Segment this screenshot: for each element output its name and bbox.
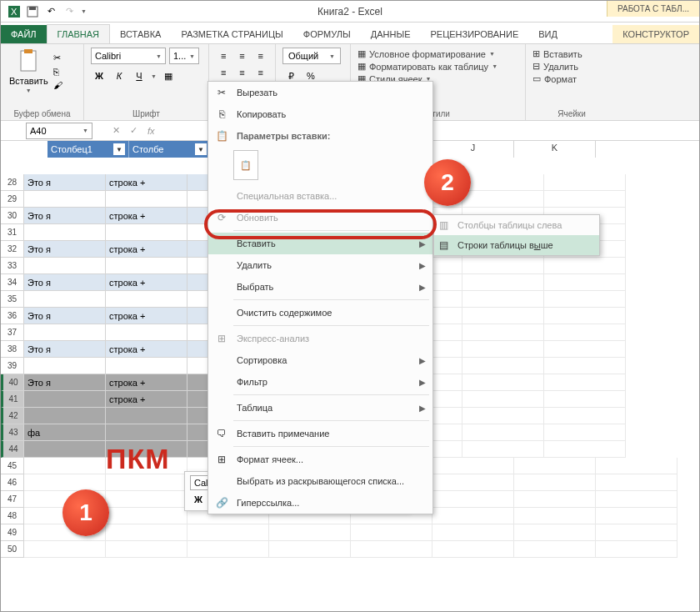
ctx-hyperlink[interactable]: 🔗Гиперссылка... <box>208 492 432 514</box>
cancel-icon[interactable]: ✕ <box>112 125 120 136</box>
cell[interactable] <box>24 358 106 374</box>
cell[interactable]: Это я <box>24 174 106 191</box>
cell[interactable] <box>24 191 106 208</box>
cell-empty[interactable] <box>462 308 544 324</box>
row-header[interactable]: 39 <box>1 358 24 374</box>
cell-empty[interactable] <box>544 408 626 424</box>
cell-empty[interactable] <box>544 424 626 441</box>
cell-empty[interactable] <box>432 524 514 541</box>
row-header[interactable]: 30 <box>1 208 24 224</box>
ctx-copy[interactable]: ⎘Копировать <box>208 103 432 125</box>
cell[interactable]: фа <box>24 424 106 441</box>
tab-formulas[interactable]: ФОРМУЛЫ <box>293 25 361 43</box>
cell[interactable]: Это я <box>24 208 106 224</box>
cell-empty[interactable] <box>432 474 514 491</box>
format-as-table-button[interactable]: ▦Форматировать как таблицу▼ <box>358 60 518 73</box>
tab-constructor[interactable]: КОНСТРУКТОР <box>612 25 699 43</box>
row-header[interactable]: 34 <box>1 274 24 291</box>
row-header[interactable]: 44 <box>1 441 24 458</box>
undo-icon[interactable]: ↶ <box>44 5 58 18</box>
cell-empty[interactable] <box>544 258 626 274</box>
cut-icon[interactable]: ✂ <box>53 53 62 63</box>
cell-empty[interactable] <box>432 541 514 558</box>
cell[interactable]: Это я <box>24 308 106 324</box>
row-header[interactable]: 28 <box>1 174 24 191</box>
cell-empty[interactable] <box>106 491 188 508</box>
cell[interactable] <box>24 224 106 241</box>
cell-empty[interactable] <box>462 358 544 374</box>
row-header[interactable]: 32 <box>1 241 24 258</box>
cell-empty[interactable] <box>544 308 626 324</box>
cells-insert-button[interactable]: ⊞Вставить <box>532 48 611 60</box>
cell-empty[interactable] <box>462 441 544 458</box>
cell-empty[interactable] <box>596 474 678 491</box>
underline-button[interactable]: Ч <box>131 68 148 84</box>
tab-review[interactable]: РЕЦЕНЗИРОВАНИЕ <box>420 25 528 43</box>
cell-empty[interactable] <box>544 291 626 308</box>
ctx-sort[interactable]: Сортировка▶ <box>208 349 432 371</box>
cell-empty[interactable] <box>596 458 678 474</box>
cell-empty[interactable] <box>432 458 514 474</box>
cell-empty[interactable] <box>596 541 678 558</box>
row-header[interactable]: 48 <box>1 508 24 524</box>
ctx-insert[interactable]: Вставить▶ <box>208 233 432 254</box>
ctx-comment[interactable]: 🗨Вставить примечание <box>208 423 432 444</box>
align-bot-icon[interactable]: ≡ <box>253 48 268 64</box>
filter-dropdown-icon[interactable]: ▼ <box>195 143 207 155</box>
cell-empty[interactable] <box>462 291 544 308</box>
sub-rows-above[interactable]: ▤Строки таблицы выше <box>434 235 599 255</box>
save-icon[interactable] <box>26 5 39 18</box>
cell-empty[interactable] <box>596 524 678 541</box>
paste-button[interactable]: Вставить ▼ <box>8 48 50 95</box>
cell-empty[interactable] <box>544 358 626 374</box>
cell[interactable]: строка + <box>106 208 188 224</box>
cell[interactable]: строка + <box>106 241 188 258</box>
cell[interactable] <box>106 324 188 341</box>
cell-empty[interactable] <box>462 191 544 208</box>
row-header[interactable]: 50 <box>1 541 24 558</box>
cell-empty[interactable] <box>462 324 544 341</box>
cell[interactable]: Это я <box>24 241 106 258</box>
cell-empty[interactable] <box>544 274 626 291</box>
cell-empty[interactable] <box>106 474 188 491</box>
redo-icon[interactable]: ↷ <box>62 5 76 18</box>
row-header[interactable]: 40 <box>1 374 24 391</box>
cell[interactable]: Это я <box>24 341 106 358</box>
cell[interactable]: строка + <box>106 308 188 324</box>
tab-page-layout[interactable]: РАЗМЕТКА СТРАНИЦЫ <box>171 25 292 43</box>
cell[interactable] <box>106 424 188 441</box>
cell[interactable] <box>106 291 188 308</box>
bold-button[interactable]: Ж <box>91 68 108 84</box>
cell[interactable]: строка + <box>106 391 188 408</box>
cell[interactable] <box>24 258 106 274</box>
row-header[interactable]: 45 <box>1 458 24 474</box>
font-size-select[interactable]: 1...▼ <box>169 48 199 64</box>
cell-empty[interactable] <box>462 274 544 291</box>
cell[interactable] <box>24 324 106 341</box>
cell-empty[interactable] <box>544 374 626 391</box>
cell-empty[interactable] <box>514 524 596 541</box>
cell[interactable]: строка + <box>106 174 188 191</box>
align-center-icon[interactable]: ≡ <box>234 64 249 81</box>
row-header[interactable]: 46 <box>1 474 24 491</box>
align-mid-icon[interactable]: ≡ <box>234 48 249 64</box>
cell-empty[interactable] <box>514 474 596 491</box>
row-header[interactable]: 43 <box>1 424 24 441</box>
name-box[interactable]: A40▼ <box>26 123 92 139</box>
qat-dropdown-icon[interactable]: ▼ <box>81 8 87 14</box>
row-header[interactable]: 38 <box>1 341 24 358</box>
copy-icon[interactable]: ⎘ <box>53 67 62 77</box>
cell-empty[interactable] <box>24 541 106 558</box>
number-format-select[interactable]: Общий▼ <box>282 48 341 64</box>
cell-empty[interactable] <box>544 324 626 341</box>
cell-empty[interactable] <box>106 524 188 541</box>
ctx-table[interactable]: Таблица▶ <box>208 397 432 419</box>
align-top-icon[interactable]: ≡ <box>216 48 231 64</box>
cell-empty[interactable] <box>106 508 188 524</box>
cell-empty[interactable] <box>514 541 596 558</box>
filter-dropdown-icon[interactable]: ▼ <box>113 143 125 155</box>
cell-empty[interactable] <box>596 508 678 524</box>
fx-icon[interactable]: fx <box>148 126 155 136</box>
cell[interactable] <box>24 391 106 408</box>
cell-empty[interactable] <box>544 174 626 191</box>
